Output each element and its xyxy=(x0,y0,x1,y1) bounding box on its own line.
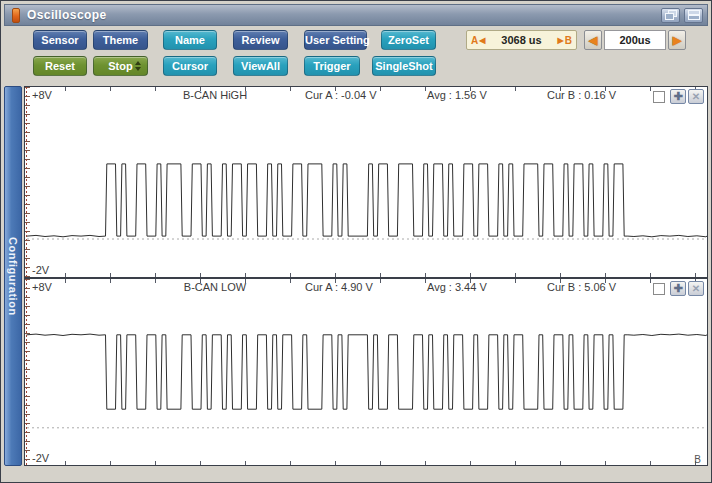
left-dotted-line xyxy=(26,87,27,277)
panel-controls: ✚ ✕ xyxy=(653,89,704,104)
voltage-bottom-label: -2V xyxy=(32,452,49,464)
cursor-a-arrow-icon[interactable]: ◀ xyxy=(479,36,485,45)
channel-name: B-CAN LOW xyxy=(155,281,275,293)
channel-panels: +8V B-CAN HiGH Cur A : -0.04 V Avg : 1.5… xyxy=(24,86,708,466)
plus-icon: ✚ xyxy=(673,282,682,295)
spinner-arrows-icon[interactable] xyxy=(135,61,141,71)
cursor-ab-value: 3068 us xyxy=(486,34,556,46)
cursor-b-label[interactable]: B xyxy=(565,35,572,46)
toolbar-row-2: Reset Stop Cursor ViewAll Trigger Single… xyxy=(4,56,708,76)
channel-panel-bcan-high: +8V B-CAN HiGH Cur A : -0.04 V Avg : 1.5… xyxy=(25,87,707,279)
zeroset-button[interactable]: ZeroSet xyxy=(381,30,436,50)
window-title: Oscilloscope xyxy=(27,8,107,22)
cursor-b-arrow-icon[interactable]: ▶ xyxy=(558,36,564,45)
close-icon: ✕ xyxy=(692,91,700,102)
app-icon xyxy=(12,8,20,23)
close-icon: ✕ xyxy=(692,283,700,294)
cursor-b-readout: Cur B : 5.06 V xyxy=(547,281,616,293)
average-readout: Avg : 1.56 V xyxy=(427,89,487,101)
cursor-b-marker[interactable]: B xyxy=(694,454,701,465)
user-setting-button[interactable]: User Setting xyxy=(304,30,367,50)
channel-name: B-CAN HiGH xyxy=(155,89,275,101)
stop-label: Stop xyxy=(108,60,132,72)
timebase-value[interactable]: 200us xyxy=(604,30,666,50)
channel-checkbox[interactable] xyxy=(653,283,665,295)
right-arrow-icon: ▶ xyxy=(673,34,681,47)
left-dotted-line xyxy=(26,279,27,465)
cursor-a-label[interactable]: A xyxy=(471,35,478,46)
voltage-bottom-label: -2V xyxy=(32,264,49,276)
waveform-plot-bcan-low[interactable] xyxy=(25,279,707,465)
channel-panel-bcan-low: +8V B-CAN LOW Cur A : 4.90 V Avg : 3.44 … xyxy=(25,279,707,465)
reset-button[interactable]: Reset xyxy=(33,56,87,76)
theme-button[interactable]: Theme xyxy=(93,30,148,50)
singleshot-button[interactable]: SingleShot xyxy=(372,56,436,76)
voltage-top-label: +8V xyxy=(32,89,52,101)
scope-area: Configuration +8V B-CAN HiGH Cur A : -0.… xyxy=(4,86,708,466)
oscilloscope-window: Oscilloscope Sensor Theme Name Review Us… xyxy=(0,0,712,483)
zoom-plus-button[interactable]: ✚ xyxy=(670,89,686,104)
channel-checkbox[interactable] xyxy=(653,91,665,103)
close-panel-button[interactable]: ✕ xyxy=(688,89,704,104)
toolbar-row-1: Sensor Theme Name Review User Setting Ze… xyxy=(4,30,708,50)
cascade-windows-icon[interactable] xyxy=(661,8,680,23)
configuration-tab[interactable]: Configuration xyxy=(4,86,22,466)
tile-windows-icon[interactable] xyxy=(684,8,703,23)
cursor-button[interactable]: Cursor xyxy=(163,56,217,76)
review-button[interactable]: Review xyxy=(233,30,288,50)
average-readout: Avg : 3.44 V xyxy=(427,281,487,293)
title-bar: Oscilloscope xyxy=(4,4,708,26)
name-button[interactable]: Name xyxy=(163,30,217,50)
waveform-plot-bcan-high[interactable] xyxy=(25,87,707,277)
sensor-button[interactable]: Sensor xyxy=(33,30,87,50)
timebase-increase-button[interactable]: ▶ xyxy=(668,30,686,50)
close-panel-button[interactable]: ✕ xyxy=(688,281,704,296)
viewall-button[interactable]: ViewAll xyxy=(233,56,288,76)
cursor-a-readout: Cur A : 4.90 V xyxy=(305,281,373,293)
zoom-plus-button[interactable]: ✚ xyxy=(670,281,686,296)
trigger-button[interactable]: Trigger xyxy=(304,56,360,76)
bottom-tick-ruler xyxy=(65,273,707,277)
cursor-a-readout: Cur A : -0.04 V xyxy=(305,89,377,101)
cursor-b-readout: Cur B : 0.16 V xyxy=(547,89,616,101)
plus-icon: ✚ xyxy=(673,90,682,103)
cursor-ab-range-display: A ◀ 3068 us ▶ B xyxy=(466,30,577,50)
timebase-decrease-button[interactable]: ◀ xyxy=(584,30,602,50)
stop-dropdown-button[interactable]: Stop xyxy=(93,56,148,76)
bottom-tick-ruler xyxy=(65,461,707,465)
voltage-top-label: +8V xyxy=(32,281,52,293)
panel-controls: ✚ ✕ xyxy=(653,281,704,296)
left-arrow-icon: ◀ xyxy=(589,34,597,47)
